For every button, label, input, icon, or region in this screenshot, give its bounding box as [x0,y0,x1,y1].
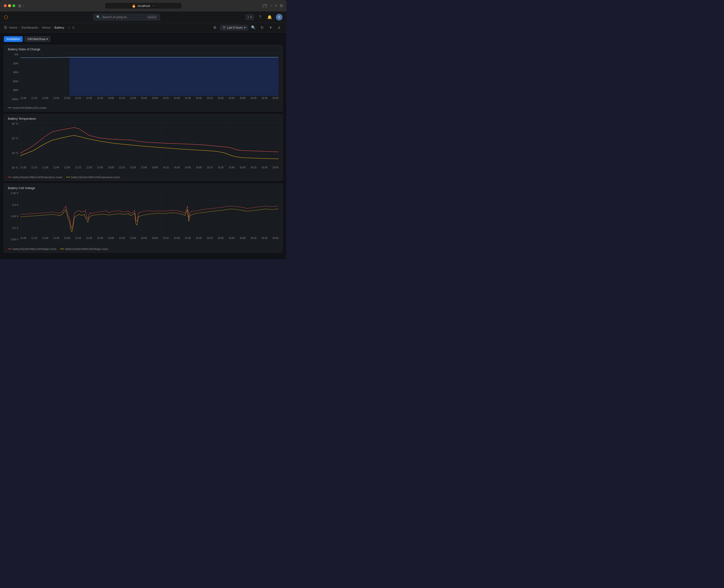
installation-tab[interactable]: Installation [4,36,23,42]
refresh-button[interactable]: ↻ [259,24,265,31]
temp-chart-area: 11:00 11:15 11:30 11:45 12:00 12:15 12:3… [20,122,279,165]
dashboard-content: Installation c0619ab2fcaa ▾ Battery Stat… [0,33,286,259]
soc-legend-label: system/Dc/Battery/Soc.mean [13,106,46,109]
installation-dropdown[interactable]: c0619ab2fcaa ▾ [25,36,50,42]
soc-x-axis: 11:00 11:15 11:30 11:45 12:00 12:15 12:3… [20,97,279,100]
battery-soc-body: 100% 80% 60% 40% 20% 0% [4,51,282,111]
battery-voltage-title: Battery Cell Voltage [4,184,282,190]
max-temp-label: battery/System/MaxCellTemperature.mean [13,176,62,178]
search-icon: 🔍 [96,15,100,19]
add-icon-caret: ▾ [250,16,252,19]
address-bar[interactable]: 🔥 localhost ⋯ [105,3,182,8]
voltage-legend-item-1: battery/System/MaxCellVoltage.mean [8,248,56,250]
navbar-right: ⚙ ⏱ Last 6 hours ▾ 🔍 ↻ ▾ ∧ [212,24,283,31]
share-icon[interactable]: ↑ [270,4,272,8]
star-icon[interactable]: ☆ [68,26,71,29]
voltage-legend-item-2: battery/System/MinCellVoltage.mean [60,248,108,250]
new-tab-icon[interactable]: + [275,4,277,8]
min-temp-color [66,177,70,177]
voltage-legend: battery/System/MaxCellVoltage.mean batte… [8,248,279,250]
grafana-search: 🔍 Search or jump to... cmd+k [11,14,243,21]
breadcrumb-home[interactable]: Home [9,26,17,29]
browser-address-bar: 🔥 localhost ⋯ [27,3,260,8]
tab-icon: ⊞ [18,4,21,8]
svg-rect-2 [20,122,279,165]
help-icon[interactable]: (?) [262,4,267,8]
grafana-navbar: ☰ Home › Dashboards › Venus › Battery ☆ … [0,23,286,33]
grafana-topbar: ⬡ 🔍 Search or jump to... cmd+k + ▾ ? 🔔 G [0,12,286,23]
battery-temp-title: Battery Temperature [4,114,282,121]
min-voltage-label: battery/System/MinCellVoltage.mean [65,248,108,250]
windows-icon[interactable]: ⧉ [280,4,283,8]
search-shortcut: cmd+k [147,16,157,19]
refresh-options-button[interactable]: ▾ [267,24,274,31]
max-temp-color [8,177,12,177]
browser-titlebar: ⊞ ‹ 🔥 localhost ⋯ (?) ↑ + ⧉ [0,0,286,12]
temp-legend-item-2: battery/System/MinCellTemperature.mean [66,176,120,178]
voltage-y-axis: 3.55 V 3.5 V 3.45 V 3.4 V 3.35 V [8,192,19,241]
battery-temp-chart: 36 °C 34 °C 32 °C 30 °C [8,122,279,175]
dropdown-caret-icon: ▾ [46,38,48,41]
temp-legend-item-1: battery/System/MaxCellTemperature.mean [8,176,62,178]
max-voltage-label: battery/System/MaxCellVoltage.mean [13,248,56,250]
back-icon[interactable]: ‹ [23,4,24,8]
audio-icon: ⋯ [152,4,155,8]
voltage-chart-svg [20,192,279,236]
avatar[interactable]: G [276,14,283,21]
grafana-logo: ⬡ [4,14,8,20]
soc-legend: system/Dc/Battery/Soc.mean [8,106,279,109]
search-placeholder: Search or jump to... [102,15,129,19]
voltage-x-axis: 11:00 11:15 11:30 11:45 12:00 12:15 12:3… [20,237,279,239]
battery-soc-panel: Battery State of Charge 100% 80% 60% 40%… [4,45,283,111]
battery-voltage-body: 3.55 V 3.5 V 3.45 V 3.4 V 3.35 V [4,190,282,252]
clock-icon: ⏱ [223,26,225,29]
max-voltage-color [8,249,12,249]
notifications-button[interactable]: 🔔 [266,14,273,21]
breadcrumb-battery[interactable]: Battery [55,26,64,29]
voltage-chart-area: 11:00 11:15 11:30 11:45 12:00 12:15 12:3… [20,192,279,236]
zoom-out-button[interactable]: 🔍 [250,24,257,31]
battery-soc-title: Battery State of Charge [4,45,282,51]
filter-bar: Installation c0619ab2fcaa ▾ [4,36,283,42]
grafana-app: ⬡ 🔍 Search or jump to... cmd+k + ▾ ? 🔔 G [0,12,286,259]
add-icon: + [248,16,249,19]
grafana-topbar-right: + ▾ ? 🔔 G [245,14,283,21]
temp-y-axis: 36 °C 34 °C 32 °C 30 °C [8,122,19,169]
minimize-button[interactable] [8,4,11,7]
time-range-caret: ▾ [244,26,245,29]
battery-voltage-panel: Battery Cell Voltage 3.55 V 3.5 V 3.45 V… [4,184,283,253]
search-bar[interactable]: 🔍 Search or jump to... cmd+k [93,14,160,21]
breadcrumb-dashboards[interactable]: Dashboards [21,26,38,29]
browser-controls: ⊞ ‹ [18,4,24,8]
time-range-button[interactable]: ⏱ Last 6 hours ▾ [220,25,248,30]
battery-voltage-chart: 3.55 V 3.5 V 3.45 V 3.4 V 3.35 V [8,192,279,247]
temp-x-axis: 11:00 11:15 11:30 11:45 12:00 12:15 12:3… [20,166,279,169]
min-temp-label: battery/System/MinCellTemperature.mean [71,176,120,178]
soc-chart-svg [20,53,279,96]
svg-rect-3 [20,192,279,236]
soc-legend-item-1: system/Dc/Battery/Soc.mean [8,106,46,109]
settings-button[interactable]: ⚙ [212,24,218,31]
breadcrumb: Home › Dashboards › Venus › Battery [9,26,64,29]
help-button[interactable]: ? [257,14,263,21]
breadcrumb-venus[interactable]: Venus [42,26,51,29]
time-range-label: Last 6 hours [227,26,243,29]
min-voltage-color [60,249,64,249]
installation-dropdown-label: c0619ab2fcaa [27,38,45,41]
address-text: localhost [138,4,150,8]
temp-legend: battery/System/MaxCellTemperature.mean b… [8,176,279,178]
battery-soc-chart: 100% 80% 60% 40% 20% 0% [8,53,279,105]
site-icon: 🔥 [132,4,136,8]
traffic-lights [4,4,15,7]
browser-right-controls: (?) ↑ + ⧉ [262,4,283,8]
close-button[interactable] [4,4,7,7]
add-button[interactable]: + ▾ [245,14,254,20]
sidebar-toggle[interactable]: ☰ [4,25,7,30]
maximize-button[interactable] [13,4,15,7]
soc-y-axis: 100% 80% 60% 40% 20% 0% [8,53,19,101]
collapse-button[interactable]: ∧ [276,24,283,31]
soc-chart-area: 11:00 11:15 11:30 11:45 12:00 12:15 12:3… [20,53,279,96]
temp-chart-svg [20,122,279,165]
share-icon[interactable]: ⎘ [73,26,74,29]
nav-icons: ☆ ⎘ [68,26,74,29]
